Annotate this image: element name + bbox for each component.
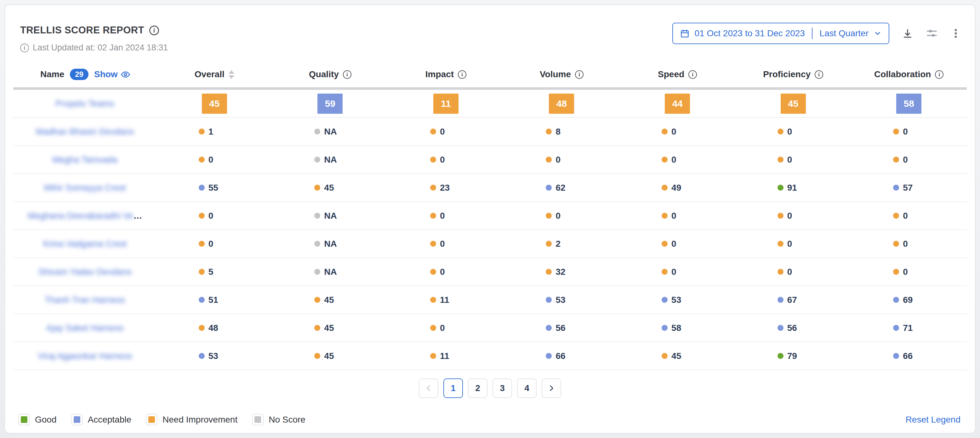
legend-swatch bbox=[146, 414, 158, 425]
table-row: Madhav Bhasin Devdans 1 NA 0 8 0 0 0 bbox=[13, 118, 967, 146]
score-cell: 45 bbox=[272, 351, 388, 361]
dev-name-link[interactable]: Meghana Deerabaradhi Ve bbox=[28, 211, 133, 221]
next-page-button[interactable] bbox=[542, 378, 561, 398]
page-button-1[interactable]: 1 bbox=[443, 378, 463, 398]
dev-name-link[interactable]: Mihir Somayya Crest bbox=[44, 183, 126, 193]
dev-name-link[interactable]: Madhav Bhasin Devdans bbox=[36, 127, 134, 137]
score-dot bbox=[778, 185, 783, 191]
score-dot bbox=[314, 297, 320, 303]
score-cell: 59 bbox=[272, 94, 388, 114]
score-dot bbox=[430, 241, 436, 247]
score-value: 0 bbox=[787, 127, 792, 137]
score-dot bbox=[199, 353, 205, 359]
score-value: 0 bbox=[208, 211, 213, 221]
table-row: Propelo Teams 45 59 11 48 44 45 58 bbox=[13, 90, 967, 118]
dev-name-link[interactable]: Thanh Tran Harness bbox=[45, 295, 125, 305]
score-cell: 0 bbox=[851, 155, 967, 165]
row-name-cell[interactable]: Viraj Ajgaonkar Harness bbox=[13, 351, 156, 361]
score-cell: 66 bbox=[851, 351, 967, 361]
info-icon[interactable] bbox=[575, 70, 584, 79]
good-color-swatch bbox=[21, 416, 27, 423]
row-name-cell[interactable]: Krina Vadgama Crest bbox=[13, 239, 156, 249]
info-icon[interactable] bbox=[688, 70, 697, 79]
team-name-link[interactable]: Propelo Teams bbox=[56, 99, 114, 109]
score-value: 62 bbox=[555, 183, 565, 193]
score-value: 79 bbox=[787, 351, 797, 361]
score-cell: 45 bbox=[156, 94, 272, 114]
column-settings-icon bbox=[926, 27, 938, 40]
score-value: 69 bbox=[903, 295, 913, 305]
score-value: 0 bbox=[903, 267, 908, 277]
score-value: 0 bbox=[208, 239, 213, 249]
score-cell: 66 bbox=[504, 351, 620, 361]
date-separator bbox=[812, 28, 813, 39]
prev-page-button[interactable] bbox=[419, 378, 438, 398]
score-cell: 0 bbox=[388, 323, 504, 333]
score-cell: 0 bbox=[735, 239, 851, 249]
score-cell: 45 bbox=[272, 295, 388, 305]
score-value: 0 bbox=[440, 211, 445, 221]
legend-item-no-score[interactable]: No Score bbox=[252, 414, 305, 425]
score-cell: 91 bbox=[735, 183, 851, 193]
info-icon[interactable] bbox=[343, 70, 352, 79]
download-button[interactable] bbox=[902, 28, 913, 39]
more-options-button[interactable] bbox=[950, 28, 961, 39]
score-dot bbox=[662, 185, 668, 191]
row-name-cell[interactable]: Madhav Bhasin Devdans bbox=[13, 127, 156, 137]
info-icon[interactable] bbox=[935, 70, 943, 79]
score-dot bbox=[893, 213, 899, 219]
score-legend: Good Acceptable Need Improvement No Scor… bbox=[18, 414, 305, 425]
page-button-4[interactable]: 4 bbox=[517, 378, 537, 398]
row-name-cell[interactable]: Propelo Teams bbox=[13, 99, 156, 109]
need-improvement-color-swatch bbox=[148, 416, 155, 423]
dev-name-link[interactable]: Krina Vadgama Crest bbox=[43, 239, 127, 249]
score-dot bbox=[546, 353, 552, 359]
column-header-overall: Overall bbox=[156, 69, 272, 80]
dev-name-link[interactable]: Megha Tamvada bbox=[52, 155, 118, 165]
page-button-3[interactable]: 3 bbox=[493, 378, 512, 398]
row-name-cell[interactable]: Mihir Somayya Crest bbox=[13, 183, 156, 193]
score-dot bbox=[778, 213, 783, 219]
score-dot bbox=[893, 353, 899, 359]
dev-name-link[interactable]: Ajay Saket Harness bbox=[46, 323, 124, 333]
score-cell: 0 bbox=[735, 267, 851, 277]
row-name-cell[interactable]: Ajay Saket Harness bbox=[13, 323, 156, 333]
score-cell: 1 bbox=[156, 127, 272, 137]
score-value: 0 bbox=[787, 155, 792, 165]
row-name-cell[interactable]: Megha Tamvada bbox=[13, 155, 156, 165]
trellis-report-card: TRELLIS SCORE REPORT Last Updated at: 02… bbox=[5, 5, 975, 433]
row-name-cell[interactable]: Thanh Tran Harness bbox=[13, 295, 156, 305]
score-cell: 0 bbox=[619, 267, 735, 277]
row-name-cell[interactable]: Shivam Yadav Devdans bbox=[13, 267, 156, 277]
score-cell: 0 bbox=[388, 155, 504, 165]
legend-item-acceptable[interactable]: Acceptable bbox=[71, 414, 132, 425]
sort-desc-icon bbox=[229, 75, 234, 79]
sort-asc-icon bbox=[229, 70, 234, 74]
score-dot bbox=[430, 269, 436, 275]
score-cell: 58 bbox=[619, 323, 735, 333]
score-cell: 49 bbox=[619, 183, 735, 193]
dev-name-link[interactable]: Shivam Yadav Devdans bbox=[38, 267, 131, 277]
show-names-toggle[interactable]: Show bbox=[94, 69, 130, 80]
score-dot bbox=[314, 185, 320, 191]
reset-legend-link[interactable]: Reset Legend bbox=[906, 415, 961, 425]
score-dot bbox=[778, 129, 783, 135]
info-icon[interactable] bbox=[458, 70, 466, 79]
score-cell: 11 bbox=[388, 295, 504, 305]
score-dot bbox=[662, 129, 668, 135]
score-cell: 44 bbox=[619, 94, 735, 114]
score-dot bbox=[662, 241, 668, 247]
legend-item-need-improvement[interactable]: Need Improvement bbox=[146, 414, 237, 425]
date-range-picker[interactable]: 01 Oct 2023 to 31 Dec 2023 Last Quarter bbox=[672, 23, 889, 44]
legend-item-good[interactable]: Good bbox=[18, 414, 57, 425]
page-button-2[interactable]: 2 bbox=[468, 378, 487, 398]
info-icon[interactable] bbox=[815, 70, 823, 79]
score-value: 66 bbox=[555, 351, 565, 361]
score-dot bbox=[893, 297, 899, 303]
score-value: 11 bbox=[440, 351, 449, 361]
column-settings-button[interactable] bbox=[926, 27, 938, 40]
sort-control[interactable] bbox=[229, 70, 234, 79]
title-info-icon[interactable] bbox=[149, 25, 159, 35]
dev-name-link[interactable]: Viraj Ajgaonkar Harness bbox=[38, 351, 132, 361]
row-name-cell[interactable]: Meghana Deerabaradhi Ve... bbox=[13, 211, 156, 221]
